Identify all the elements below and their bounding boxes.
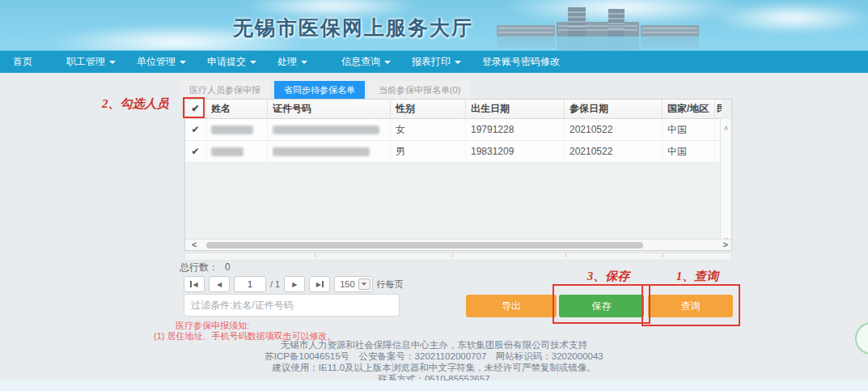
total-rows-value: 0: [225, 261, 231, 273]
column-header-country: 国家/地区: [663, 100, 715, 118]
tick-mark: [452, 253, 453, 257]
check-icon: ✔: [191, 125, 199, 134]
scroll-right-icon[interactable]: >: [723, 240, 728, 250]
cell-country: 中国: [663, 119, 715, 140]
tab-current-declare-list[interactable]: 当前参保申报名单(0): [369, 81, 470, 99]
next-page-button[interactable]: ▶: [284, 276, 305, 292]
column-header-gender: 性别: [391, 100, 466, 118]
app-window: 无锡市医保网上服务大厅 首页 职工管理 单位管理 申请提交 处理 信息查询 报表…: [0, 0, 868, 391]
cell-gender: 女: [391, 119, 466, 140]
nav-item-info-query[interactable]: 信息查询: [337, 55, 396, 69]
next-icon: ▶: [316, 281, 321, 288]
footer-line: 无锡市人力资源和社会保障信息中心主办，东软集团股份有限公司技术支持: [0, 339, 868, 351]
export-button[interactable]: 导出: [466, 295, 557, 317]
chevron-down-icon: [455, 61, 461, 64]
check-icon: ✔: [191, 103, 199, 114]
row-checkbox[interactable]: ✔: [185, 119, 206, 140]
chevron-down-icon: [109, 61, 116, 64]
tick-mark: [663, 253, 663, 257]
nav-item-employee-mgmt[interactable]: 职工管理: [61, 55, 121, 69]
select-all-checkbox[interactable]: ✔: [185, 100, 206, 118]
pagination-bar: ◀ ◀ / 1 ▶ ▶ 150 行每页: [184, 275, 404, 293]
chevron-down-icon: [384, 61, 391, 64]
prev-page-button[interactable]: ◀: [209, 276, 230, 292]
scroll-left-icon[interactable]: <: [192, 240, 197, 250]
nav-item-unit-mgmt[interactable]: 单位管理: [132, 55, 191, 69]
page-size-value: 150: [340, 279, 354, 289]
table-row[interactable]: ✔ 女 19791228 20210522 中国: [185, 119, 722, 141]
cell-id-redacted: [268, 119, 391, 140]
redacted-text: [211, 125, 253, 134]
column-header-enroll-date: 参保日期: [565, 100, 663, 118]
site-footer: 无锡市人力资源和社会保障信息中心主办，东软集团股份有限公司技术支持 苏ICP备1…: [0, 339, 868, 385]
prev-icon: ◀: [193, 281, 197, 288]
next-icon: ▶: [292, 281, 297, 288]
grid-footer-strip: [184, 253, 732, 261]
column-header-ethnicity-clipped: 民族: [715, 100, 722, 118]
cell-name-redacted: [206, 141, 268, 162]
vertical-scrollbar[interactable]: ∧ ∨: [720, 119, 731, 249]
column-header-birth-date: 出生日期: [466, 100, 565, 118]
bottom-strip: [0, 380, 868, 391]
page-total-label: / 1: [270, 279, 280, 289]
pending-insured-table: ✔ 姓名 证件号码 性别 出生日期 参保日期 国家/地区 民族 ✔ 女 1979…: [184, 99, 732, 251]
column-header-id-number: 证件号码: [268, 100, 391, 118]
tab-medical-staff-declare[interactable]: 医疗人员参保申报: [180, 81, 270, 99]
cell-birth-date: 19791228: [466, 119, 565, 140]
tick-mark: [315, 253, 315, 257]
horizontal-scrollbar[interactable]: < >: [185, 239, 731, 250]
table-row[interactable]: ✔ 男 19831209 20210522 中国: [185, 141, 722, 163]
tab-bar: 医疗人员参保申报 省同步待参保名单 当前参保申报名单(0): [180, 81, 474, 99]
cell-id-redacted: [268, 141, 391, 162]
footer-line: 苏ICP备10046515号 公安备案号：32021102000707 网站标识…: [0, 351, 868, 362]
filter-input[interactable]: [184, 294, 400, 317]
cell-gender: 男: [391, 141, 466, 162]
page-number-input[interactable]: [234, 276, 266, 292]
cell-birth-date: 19831209: [466, 141, 565, 162]
prev-icon: ◀: [217, 281, 222, 288]
cloud-decoration: [712, 2, 868, 34]
city-skyline-image: [495, 5, 709, 50]
chevron-down-icon: [301, 61, 307, 64]
page-size-select[interactable]: 150: [334, 276, 372, 292]
nav-item-application-submit[interactable]: 申请提交: [202, 55, 261, 69]
nav-item-processing[interactable]: 处理: [273, 55, 312, 69]
last-page-button[interactable]: ▶: [309, 276, 330, 292]
footer-line: 建议使用：IE11.0及以上版本浏览器和中文字符集，未经许可严禁复制或镜像。: [0, 362, 868, 373]
main-navigation: 首页 职工管理 单位管理 申请提交 处理 信息查询 报表打印 登录账号密码修改: [0, 50, 868, 73]
redacted-text: [211, 147, 243, 156]
page-title: 无锡市医保网上服务大厅: [233, 15, 473, 41]
cell-enroll-date: 20210522: [565, 141, 663, 162]
nav-item-report-print[interactable]: 报表打印: [407, 55, 466, 69]
per-page-label: 行每页: [377, 278, 404, 291]
redacted-text: [273, 147, 370, 156]
annotation-step2: 2、勾选人员: [102, 96, 169, 112]
cell-enroll-date: 20210522: [565, 119, 663, 140]
query-button[interactable]: 查询: [648, 295, 733, 317]
annotation-step1: 1、查询: [655, 269, 739, 284]
dropdown-caret-box: [358, 278, 370, 290]
site-banner: 无锡市医保网上服务大厅: [0, 0, 868, 50]
cell-name-redacted: [206, 119, 268, 140]
total-rows: 总行数：0: [180, 261, 231, 274]
save-button[interactable]: 保存: [559, 295, 644, 317]
annotation-step3: 3、保存: [566, 269, 650, 284]
tick-mark: [565, 253, 566, 257]
table-empty-area: [185, 163, 722, 240]
cell-country: 中国: [663, 141, 715, 162]
chevron-down-icon: [180, 61, 186, 64]
chevron-down-icon: [250, 61, 256, 64]
nav-item-account-password[interactable]: 登录账号密码修改: [477, 55, 565, 69]
chevron-down-icon: [362, 283, 366, 286]
row-checkbox[interactable]: ✔: [185, 141, 206, 162]
check-icon: ✔: [191, 147, 199, 156]
first-page-button[interactable]: ◀: [184, 276, 205, 292]
total-rows-label: 总行数：: [180, 261, 218, 273]
column-header-name: 姓名: [206, 100, 268, 118]
redacted-text: [273, 125, 379, 134]
bar-icon: [322, 281, 324, 287]
nav-item-homepage[interactable]: 首页: [8, 55, 37, 69]
scrollbar-thumb[interactable]: [206, 242, 643, 249]
tab-province-sync-pending[interactable]: 省同步待参保名单: [274, 81, 365, 99]
scroll-up-icon[interactable]: ∧: [721, 124, 731, 132]
